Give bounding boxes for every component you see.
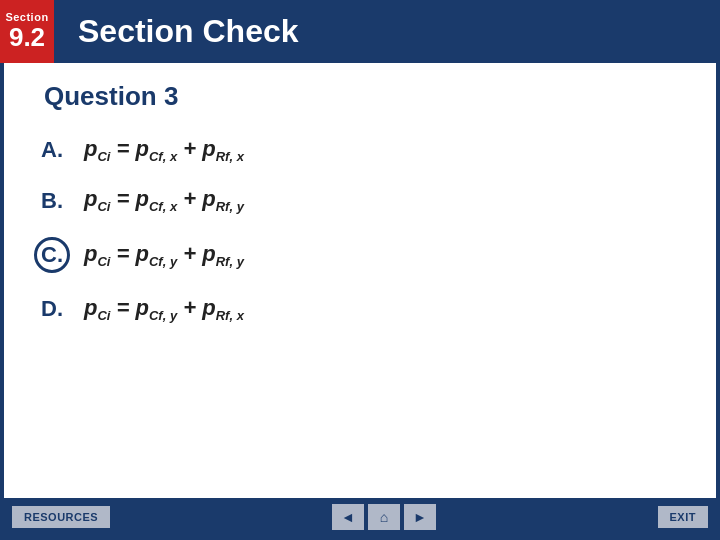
- nav-buttons: ◄ ⌂ ►: [332, 504, 436, 530]
- option-letter-d: D.: [34, 296, 70, 322]
- prev-button[interactable]: ◄: [332, 504, 364, 530]
- option-row-d[interactable]: D. pCi = pCf, y + pRf, x: [34, 289, 686, 329]
- options-list: A. pCi = pCf, x + pRf, x B. pCi = pCf, x…: [34, 130, 686, 526]
- header-title: Section Check: [54, 0, 720, 63]
- section-number: 9.2: [9, 23, 45, 52]
- exit-button[interactable]: EXIT: [658, 506, 708, 528]
- question-title: Question 3: [44, 81, 686, 112]
- option-text-b: pCi = pCf, x + pRf, y: [84, 186, 244, 214]
- option-row-a[interactable]: A. pCi = pCf, x + pRf, x: [34, 130, 686, 170]
- header: Section 9.2 Section Check: [0, 0, 720, 63]
- option-letter-c: C.: [34, 237, 70, 273]
- option-text-c: pCi = pCf, y + pRf, y: [84, 241, 244, 269]
- bottom-bar: RESOURCES ◄ ⌂ ► EXIT: [4, 498, 716, 536]
- option-row-b[interactable]: B. pCi = pCf, x + pRf, y: [34, 180, 686, 220]
- resources-button[interactable]: RESOURCES: [12, 506, 110, 528]
- home-button[interactable]: ⌂: [368, 504, 400, 530]
- option-letter-a: A.: [34, 137, 70, 163]
- section-badge: Section 9.2: [0, 0, 54, 63]
- main-content: Question 3 A. pCi = pCf, x + pRf, x B. p…: [4, 63, 716, 536]
- option-text-d: pCi = pCf, y + pRf, x: [84, 295, 244, 323]
- option-letter-b: B.: [34, 188, 70, 214]
- option-row-c[interactable]: C. pCi = pCf, y + pRf, y: [34, 231, 686, 279]
- option-text-a: pCi = pCf, x + pRf, x: [84, 136, 244, 164]
- next-button[interactable]: ►: [404, 504, 436, 530]
